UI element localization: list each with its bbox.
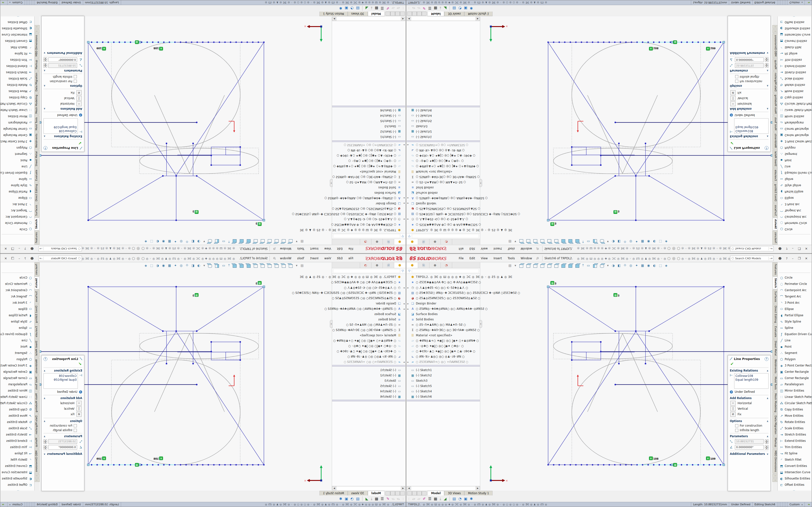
expand-arrow-icon[interactable]: ▸ — [407, 218, 409, 221]
command-tab[interactable]: Mesh Modeling — [772, 94, 777, 115]
sketch-tool[interactable]: ✄Trim Entities — [778, 57, 811, 63]
sketch-tool[interactable]: ↗Move Entities — [778, 88, 811, 95]
sketch-point[interactable] — [586, 464, 588, 465]
status-cell[interactable]: Length: 10.88152731mm — [83, 0, 121, 5]
feature-tab[interactable]: ◔ — [441, 263, 452, 268]
status-cell[interactable] — [32, 502, 33, 507]
tree-row[interactable]: ∞○ Ƨ5◦Ո⁕♟AΜ○ ◎○ ΜA♟⁕Ո◦5Ƨ ○ — [407, 180, 480, 185]
sketch-tool[interactable]: ◠Centerpoint Arc — [1, 214, 34, 220]
sketch-point[interactable] — [202, 42, 203, 43]
tree-row[interactable]: ∞○ Ƨ5◦Ո⁕♟AΜ○ ◎○ ΜA♟⁕Ո◦5Ƨ ○ — [407, 322, 480, 327]
menu-item[interactable]: Edit — [334, 246, 345, 251]
sketch-point[interactable] — [152, 42, 153, 43]
sketch-point[interactable] — [224, 464, 226, 465]
sketch-point[interactable] — [169, 464, 170, 465]
status-cell[interactable] — [28, 0, 30, 5]
status-cell[interactable] — [6, 0, 7, 5]
sketch-tool[interactable]: ◖Partial Ellipse — [1, 188, 34, 195]
bottom-toolbar-icon[interactable]: ▦ — [375, 6, 378, 10]
sketch-point[interactable] — [247, 42, 248, 43]
sketch-tool[interactable]: ✄Trim Entities — [778, 444, 811, 450]
sketch-row[interactable]: ▭(-) Sketch1 — [407, 368, 480, 373]
menu-item[interactable]: Window — [518, 246, 535, 251]
sketch-line[interactable] — [190, 95, 224, 173]
menu-item[interactable]: Insert — [491, 256, 505, 261]
sketch-tool[interactable]: ╱Line — [1, 337, 34, 344]
sketch-point[interactable] — [174, 464, 176, 465]
tree-row[interactable]: ◕○ Ƨ5♟◎Ƨ5ИNƐ3Ƨ5○ ◎○ Ƨ53ƐNИ5Ƨ◎♟5Ƨ ○ — [332, 206, 405, 212]
sketch-point[interactable] — [119, 42, 120, 43]
relation-button[interactable]: │Vertical — [44, 406, 82, 411]
sketch-tool[interactable]: ◖Partial Ellipse — [778, 188, 811, 195]
sketch-tool[interactable]: ⤢Scale Entities — [778, 75, 811, 82]
status-cell[interactable] — [30, 502, 32, 507]
sketch-tool[interactable]: ƒEquation Driven Curve — [1, 331, 34, 337]
relation-button[interactable]: │Vertical — [730, 96, 768, 101]
sketch-point[interactable] — [91, 464, 92, 465]
sketch-vertex[interactable] — [166, 363, 167, 364]
sketch-vertex[interactable] — [618, 143, 620, 144]
bottom-toolbar-icon[interactable]: ⤓ — [371, 6, 372, 10]
sketch-point[interactable] — [703, 42, 704, 43]
sketch-tool[interactable]: ⊏Offset Entities — [778, 19, 811, 25]
sketch-point[interactable] — [620, 464, 621, 465]
sketch-point[interactable] — [102, 42, 103, 43]
selection-handle[interactable] — [263, 219, 265, 221]
feature-tab[interactable]: ◔ — [441, 239, 452, 244]
length-spinner[interactable]: ▲▼ — [44, 63, 47, 68]
status-cell[interactable] — [24, 0, 27, 5]
checkbox[interactable] — [735, 80, 738, 83]
sketch-tool[interactable]: ⌒Tangent Arc — [778, 207, 811, 214]
sketch-tool[interactable]: ✄Trim Entities — [1, 57, 34, 63]
status-cell[interactable] — [777, 0, 779, 5]
command-tab[interactable]: : — [772, 25, 777, 29]
tree-horizontal-scrollbar[interactable]: ◀ ▶ — [332, 486, 405, 490]
tree-row[interactable]: ◪Surface Bodies — [407, 312, 480, 317]
tree-filter-input[interactable] — [412, 234, 479, 238]
sketch-point[interactable] — [224, 42, 226, 43]
sketch-tool[interactable]: ⬓Intersection Curve — [778, 469, 811, 475]
sketch-line[interactable] — [588, 95, 622, 173]
status-cell[interactable] — [784, 502, 785, 507]
chevron-down-icon[interactable]: ∨ — [44, 52, 45, 55]
tree-row[interactable]: ▸❏Design Binder — [407, 301, 480, 306]
sketch-tool[interactable]: ⬭Ellipse — [778, 306, 811, 312]
relation-button[interactable]: ⊘Fix — [730, 90, 768, 95]
sketch-tool[interactable]: ◝3 Point Arc — [778, 201, 811, 207]
sketch-tool[interactable]: ◝3 Point Arc — [1, 300, 34, 306]
bottom-toolbar-icon[interactable]: ▱ — [392, 6, 395, 10]
sketch-point[interactable] — [670, 464, 671, 465]
sketch-tool[interactable]: ⬓Intersection Curve — [1, 32, 34, 38]
sketch-tool[interactable]: ∾Spline — [778, 325, 811, 331]
sketch-point[interactable] — [208, 464, 209, 465]
command-tab[interactable]: Sketch — [35, 218, 40, 230]
command-tab[interactable]: : — [35, 474, 40, 478]
sketch-point[interactable] — [141, 42, 142, 43]
sketch-row[interactable]: ▭(-) Sketch1 — [332, 134, 405, 139]
sketch-point[interactable] — [609, 42, 610, 43]
status-cell[interactable]: Under Defined — [729, 502, 752, 507]
sketch-tool[interactable]: ⬭Ellipse — [1, 306, 34, 312]
tree-row[interactable]: ▸◷○ 人♟◎✚Ƨ5◦Ꞓ○ ◎○ Ꞓ◦5Ƨ✚◎♟人 ○ — [407, 285, 480, 290]
sketch-point[interactable] — [202, 464, 203, 465]
command-tab[interactable]: Data Migration — [35, 71, 40, 93]
tree-row[interactable]: Σ○ Ƨ5ИN◎◦✚AՈᵖƎЄ○ ◎○ ƎЄᵖՈA✚◦◎ИN5Ƨ ○ — [407, 327, 480, 333]
tree-row[interactable]: ▸◷○ 人♟◎✚Ƨ5◦Ꞓ○ ◎○ Ꞓ◦5Ƨ✚◎♟人 ○ — [407, 217, 480, 222]
status-cell[interactable] — [785, 0, 788, 5]
sketch-tool[interactable]: ⤢Scale Entities — [778, 425, 811, 432]
sketch-vertex[interactable] — [571, 359, 572, 361]
motion-nav-button[interactable] — [400, 491, 405, 495]
selection-handle[interactable] — [671, 464, 673, 466]
panel-collapse-handle[interactable] — [330, 320, 333, 328]
sketch-vertex[interactable] — [635, 286, 637, 288]
pin-icon[interactable]: ⚲ — [272, 256, 277, 261]
search-icon[interactable]: ⌕▾ — [40, 257, 44, 260]
selection-handle[interactable] — [40, 350, 41, 352]
command-tab[interactable]: Direct Editing — [772, 304, 777, 324]
expand-arrow-icon[interactable]: ▸ — [403, 218, 405, 221]
checkbox[interactable] — [74, 75, 77, 78]
sketch-point[interactable] — [113, 42, 114, 43]
tree-row[interactable]: ⬢TЯPDL2. ◎ ƎЄ ◎ Ш ◎ ◎ ◎ ✚ ◎ ƆC ◎ ƎЄ ◎ ◦ … — [332, 274, 405, 280]
sketch-tool[interactable]: ↗Move Entities — [1, 412, 34, 419]
sketch-tool[interactable]: ∿Style Spline — [1, 319, 34, 325]
